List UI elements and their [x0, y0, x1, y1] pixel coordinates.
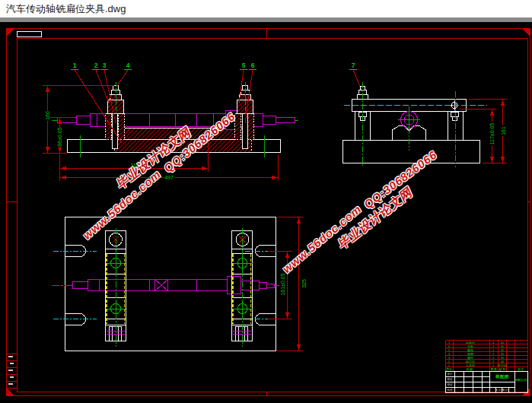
sheet-frame — [6, 28, 530, 396]
signature-strip — [7, 354, 18, 389]
clamp-left — [106, 82, 125, 149]
title-block-grid — [446, 341, 528, 393]
shaft-front — [58, 111, 295, 130]
cad-canvas[interactable] — [0, 0, 532, 403]
zone-box — [18, 32, 42, 37]
window-title: 汽车传动轴铣扁位夹具.dwg — [0, 0, 532, 17]
side-view — [343, 82, 508, 167]
application-window: 汽车传动轴铣扁位夹具.dwg 1 2 3 4 5 6 7 160 86±0.05… — [0, 0, 532, 403]
plan-view — [52, 217, 303, 351]
shaft-plan — [73, 277, 275, 294]
side-dimensions — [460, 100, 507, 163]
front-view — [43, 70, 362, 182]
window-title-text: 汽车传动轴铣扁位夹具.dwg — [6, 3, 126, 14]
toolbar-strip — [0, 17, 532, 22]
clamp-right — [235, 82, 254, 149]
